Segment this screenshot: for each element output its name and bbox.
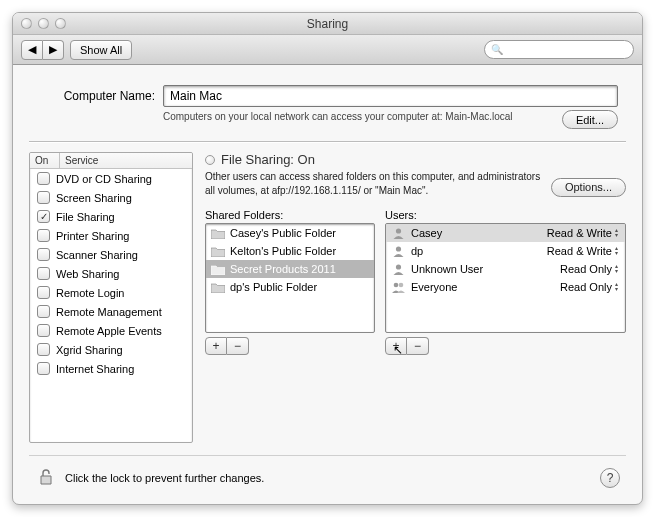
svg-point-2 <box>396 264 401 269</box>
folder-label: Casey's Public Folder <box>230 227 336 239</box>
person-icon <box>391 263 406 275</box>
shared-folders-list[interactable]: Casey's Public FolderKelton's Public Fol… <box>205 223 375 333</box>
service-checkbox[interactable] <box>37 362 50 375</box>
service-label: Remote Login <box>56 287 125 299</box>
service-row[interactable]: Internet Sharing <box>30 359 192 378</box>
service-label: Printer Sharing <box>56 230 129 242</box>
content: Computer Name: Computers on your local n… <box>13 65 642 504</box>
person-icon <box>391 227 406 239</box>
service-checkbox[interactable] <box>37 324 50 337</box>
svg-point-1 <box>396 246 401 251</box>
file-sharing-title: File Sharing: On <box>221 152 315 167</box>
remove-user-button[interactable]: − <box>407 337 429 355</box>
service-checkbox[interactable] <box>37 286 50 299</box>
remove-folder-button[interactable]: − <box>227 337 249 355</box>
service-checkbox[interactable] <box>37 343 50 356</box>
person-icon <box>391 245 406 257</box>
titlebar: Sharing <box>13 13 642 35</box>
user-row[interactable]: CaseyRead & Write▴▾ <box>386 224 625 242</box>
service-checkbox[interactable] <box>37 229 50 242</box>
service-row[interactable]: ✓File Sharing <box>30 207 192 226</box>
service-row[interactable]: Printer Sharing <box>30 226 192 245</box>
file-sharing-description: Other users can access shared folders on… <box>205 170 541 197</box>
service-checkbox[interactable] <box>37 248 50 261</box>
service-label: Web Sharing <box>56 268 119 280</box>
zoom-window-button[interactable] <box>55 18 66 29</box>
service-label: Xgrid Sharing <box>56 344 123 356</box>
folder-label: Secret Products 2011 <box>230 263 336 275</box>
users-label: Users: <box>385 209 626 221</box>
folder-row[interactable]: Kelton's Public Folder <box>206 242 374 260</box>
permission-popup[interactable]: Read Only▴▾ <box>560 263 620 275</box>
show-all-button[interactable]: Show All <box>70 40 132 60</box>
user-name: Casey <box>411 227 442 239</box>
permission-label: Read Only <box>560 281 612 293</box>
stepper-icon: ▴▾ <box>615 228 618 238</box>
service-row[interactable]: Xgrid Sharing <box>30 340 192 359</box>
services-header-on: On <box>30 153 60 168</box>
add-folder-button[interactable]: + <box>205 337 227 355</box>
status-indicator-icon <box>205 155 215 165</box>
service-checkbox[interactable]: ✓ <box>37 210 50 223</box>
service-row[interactable]: Remote Login <box>30 283 192 302</box>
nav-segment: ◀ ▶ <box>21 40 64 60</box>
computer-name-subtext: Computers on your local network can acce… <box>163 110 554 124</box>
lock-icon[interactable] <box>35 466 57 490</box>
computer-name-input[interactable] <box>163 85 618 107</box>
service-row[interactable]: Scanner Sharing <box>30 245 192 264</box>
users-list[interactable]: CaseyRead & Write▴▾dpRead & Write▴▾Unkno… <box>385 223 626 333</box>
service-checkbox[interactable] <box>37 172 50 185</box>
forward-button[interactable]: ▶ <box>43 40 64 60</box>
service-row[interactable]: Web Sharing <box>30 264 192 283</box>
close-window-button[interactable] <box>21 18 32 29</box>
divider <box>29 141 626 142</box>
permission-label: Read & Write <box>547 245 612 257</box>
service-label: File Sharing <box>56 211 115 223</box>
back-button[interactable]: ◀ <box>21 40 43 60</box>
service-checkbox[interactable] <box>37 267 50 280</box>
service-label: Screen Sharing <box>56 192 132 204</box>
permission-popup[interactable]: Read & Write▴▾ <box>547 245 620 257</box>
svg-point-0 <box>396 228 401 233</box>
search-input[interactable] <box>507 43 627 57</box>
stepper-icon: ▴▾ <box>615 264 618 274</box>
user-row[interactable]: dpRead & Write▴▾ <box>386 242 625 260</box>
folder-row[interactable]: Casey's Public Folder <box>206 224 374 242</box>
service-row[interactable]: DVD or CD Sharing <box>30 169 192 188</box>
edit-button[interactable]: Edit... <box>562 110 618 129</box>
svg-point-4 <box>399 283 404 288</box>
service-label: DVD or CD Sharing <box>56 173 152 185</box>
service-row[interactable]: Remote Apple Events <box>30 321 192 340</box>
options-button[interactable]: Options... <box>551 178 626 197</box>
back-icon: ◀ <box>28 43 36 56</box>
window-title: Sharing <box>13 17 642 31</box>
service-row[interactable]: Remote Management <box>30 302 192 321</box>
stepper-icon: ▴▾ <box>615 246 618 256</box>
add-user-button[interactable]: + <box>385 337 407 355</box>
service-detail: File Sharing: On Other users can access … <box>205 152 626 443</box>
services-list: On Service DVD or CD SharingScreen Shari… <box>29 152 193 443</box>
service-label: Scanner Sharing <box>56 249 138 261</box>
user-row[interactable]: EveryoneRead Only▴▾ <box>386 278 625 296</box>
permission-popup[interactable]: Read Only▴▾ <box>560 281 620 293</box>
help-button[interactable]: ? <box>600 468 620 488</box>
user-name: Everyone <box>411 281 457 293</box>
stepper-icon: ▴▾ <box>615 282 618 292</box>
minimize-window-button[interactable] <box>38 18 49 29</box>
folder-label: dp's Public Folder <box>230 281 317 293</box>
search-field[interactable]: 🔍 <box>484 40 634 59</box>
service-checkbox[interactable] <box>37 191 50 204</box>
service-row[interactable]: Screen Sharing <box>30 188 192 207</box>
folder-row[interactable]: dp's Public Folder <box>206 278 374 296</box>
service-label: Remote Management <box>56 306 162 318</box>
service-label: Remote Apple Events <box>56 325 162 337</box>
preferences-window: Sharing ◀ ▶ Show All 🔍 Computer Name: Co… <box>12 12 643 505</box>
permission-popup[interactable]: Read & Write▴▾ <box>547 227 620 239</box>
service-checkbox[interactable] <box>37 305 50 318</box>
permission-label: Read Only <box>560 263 612 275</box>
lock-text: Click the lock to prevent further change… <box>65 472 264 484</box>
toolbar: ◀ ▶ Show All 🔍 <box>13 35 642 65</box>
folder-row[interactable]: Secret Products 2011 <box>206 260 374 278</box>
user-name: Unknown User <box>411 263 483 275</box>
user-row[interactable]: Unknown UserRead Only▴▾ <box>386 260 625 278</box>
